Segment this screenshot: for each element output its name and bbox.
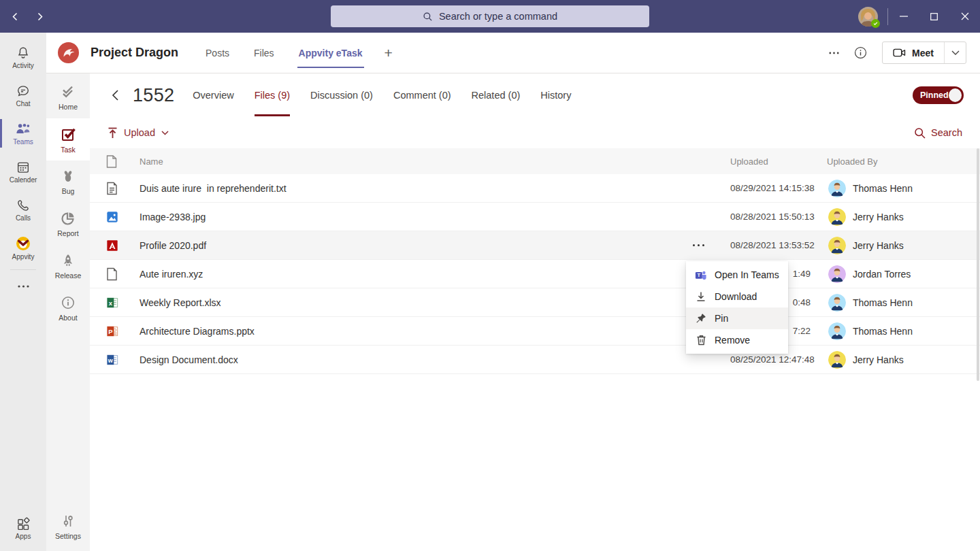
task-id: 1552	[133, 85, 174, 106]
release-rocket-icon	[60, 252, 76, 269]
rail-more-apps-icon[interactable]	[0, 273, 46, 300]
minimize-button[interactable]	[888, 0, 919, 33]
forward-icon[interactable]	[33, 7, 46, 26]
command-search-input[interactable]: Search or type a command	[331, 5, 649, 27]
table-row[interactable]: P Architecture Diagrams.pptx 7:22 Thomas…	[90, 317, 980, 346]
tab-files[interactable]: Files	[254, 33, 274, 73]
uploader-name: Thomas Henn	[853, 183, 913, 194]
back-icon[interactable]	[8, 7, 22, 26]
bug-icon	[60, 168, 76, 184]
menu-item-remove[interactable]: Remove	[686, 329, 788, 351]
presence-badge	[871, 19, 880, 28]
files-search-button[interactable]: Search	[914, 127, 962, 139]
rail-item-chat[interactable]: Chat	[0, 76, 46, 114]
sidebar-item-task[interactable]: Task	[46, 118, 90, 161]
uploaded-date: 08/28/2021 15:50:13	[730, 212, 827, 222]
files-toolbar: Upload Search	[90, 117, 980, 148]
rail-item-calls[interactable]: Calls	[0, 190, 46, 229]
uploader-avatar	[828, 237, 846, 254]
menu-item-open-in-teams[interactable]: T Open In Teams	[686, 264, 788, 286]
tab-files[interactable]: Files (9)	[244, 73, 300, 117]
task-detail-panel: 1552 Overview Files (9) Discussion (0) C…	[90, 73, 980, 551]
uploaded-date: 08/25/2021 12:47:48	[730, 354, 827, 365]
table-row[interactable]: Aute iruren.xyz 1:49 Jordan Torres	[90, 260, 980, 288]
trash-icon	[695, 335, 707, 346]
column-uploaded-by[interactable]: Uploaded By	[827, 156, 980, 167]
add-tab-button[interactable]: +	[385, 45, 393, 61]
settings-sliders-icon	[60, 513, 76, 529]
sidebar-item-about[interactable]: About	[46, 287, 90, 329]
info-icon[interactable]	[854, 46, 867, 59]
table-row[interactable]: x Weekly Report.xlsx 0:48 Thomas Henn	[90, 288, 980, 317]
close-button[interactable]	[949, 0, 980, 33]
column-uploaded[interactable]: Uploaded	[730, 156, 827, 167]
task-tabs: Overview Files (9) Discussion (0) Commen…	[182, 73, 581, 117]
tab-related[interactable]: Related (0)	[461, 73, 531, 117]
rail-item-appvity[interactable]: Appvity	[0, 229, 46, 267]
report-pie-icon	[60, 210, 76, 227]
back-chevron-icon[interactable]	[108, 86, 122, 105]
chat-icon	[16, 84, 31, 99]
team-logo	[58, 42, 79, 63]
maximize-button[interactable]	[919, 0, 949, 33]
sidebar-item-bug[interactable]: Bug	[46, 161, 90, 203]
pdf-file-icon	[90, 239, 140, 252]
row-more-options-icon[interactable]	[693, 244, 705, 247]
sidebar-item-settings[interactable]: Settings	[46, 502, 90, 551]
table-row[interactable]: w Design Document.docx 08/25/2021 12:47:…	[90, 346, 980, 374]
more-options-icon[interactable]	[829, 52, 839, 54]
uploader-name: Jerry Hanks	[853, 354, 904, 365]
uploader-avatar	[828, 180, 846, 197]
menu-item-download[interactable]: Download	[686, 286, 788, 307]
file-name[interactable]: Weekly Report.xlsx	[140, 297, 221, 308]
tab-overview[interactable]: Overview	[182, 73, 244, 117]
file-name[interactable]: Duis aute irure in reprehenderit.txt	[140, 183, 287, 194]
uploader-avatar	[828, 294, 846, 312]
uploader-avatar	[828, 322, 846, 340]
tab-posts[interactable]: Posts	[206, 33, 229, 73]
search-placeholder: Search or type a command	[439, 11, 557, 22]
table-row-selected[interactable]: Profile 2020.pdf 08/28/2021 13:53:52 Jer…	[90, 231, 980, 260]
svg-text:x: x	[109, 299, 113, 306]
uploaded-date: 08/28/2021 13:53:52	[730, 240, 827, 250]
txt-file-icon	[90, 182, 140, 195]
xlsx-file-icon: x	[90, 297, 140, 309]
tab-comment[interactable]: Comment (0)	[383, 73, 461, 117]
tab-discussion[interactable]: Discussion (0)	[300, 73, 383, 117]
meet-dropdown-button[interactable]	[945, 42, 966, 63]
file-name[interactable]: Profile 2020.pdf	[140, 240, 206, 251]
sidebar-item-report[interactable]: Report	[46, 203, 90, 245]
pinned-toggle[interactable]: Pinned	[913, 86, 964, 104]
sidebar-item-release[interactable]: Release	[46, 245, 90, 287]
rail-item-activity[interactable]: Activity	[0, 38, 46, 76]
rail-item-apps[interactable]: Apps	[0, 509, 46, 547]
upload-button[interactable]: Upload	[108, 127, 169, 139]
uploader-avatar	[828, 208, 846, 226]
vertical-scrollbar[interactable]	[977, 148, 979, 381]
file-name[interactable]: Image-2938.jpg	[140, 212, 206, 222]
pptx-file-icon: P	[90, 325, 140, 337]
etask-sidebar: Home Task Bug Report Release About Setti…	[46, 73, 90, 551]
docx-file-icon: w	[90, 354, 140, 366]
tab-history[interactable]: History	[530, 73, 581, 117]
task-header: 1552 Overview Files (9) Discussion (0) C…	[90, 73, 980, 117]
sidebar-item-home[interactable]: Home	[46, 76, 90, 118]
file-name[interactable]: Architecture Diagrams.pptx	[140, 326, 255, 337]
column-name[interactable]: Name	[140, 156, 730, 167]
activity-bell-icon	[16, 46, 31, 61]
file-name[interactable]: Aute iruren.xyz	[140, 269, 203, 280]
menu-item-pin[interactable]: Pin	[686, 307, 788, 329]
table-row[interactable]: Image-2938.jpg 08/28/2021 15:50:13 Jerry…	[90, 203, 980, 231]
uploader-name: Jordan Torres	[853, 269, 911, 280]
rail-item-calendar[interactable]: Calender	[0, 152, 46, 190]
user-avatar[interactable]	[858, 7, 878, 27]
uploader-name: Jerry Hanks	[853, 212, 904, 222]
tab-appvity-etask[interactable]: Appvity eTask	[299, 33, 363, 73]
meet-button[interactable]: Meet	[883, 42, 944, 63]
file-name[interactable]: Design Document.docx	[140, 354, 238, 365]
table-row[interactable]: Duis aute irure in reprehenderit.txt 08/…	[90, 174, 980, 203]
rail-item-teams[interactable]: Teams	[0, 114, 46, 152]
uploader-avatar	[828, 351, 846, 369]
app-rail: Activity Chat Teams Calender Calls Appvi…	[0, 33, 46, 551]
toggle-knob	[949, 88, 962, 102]
